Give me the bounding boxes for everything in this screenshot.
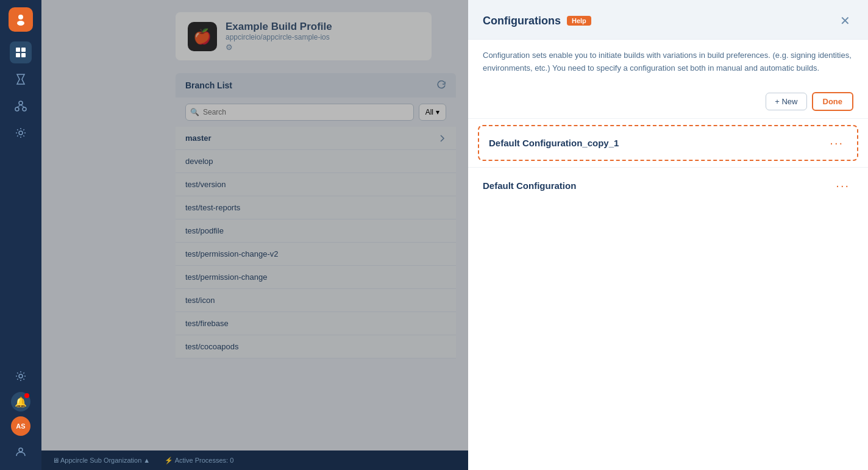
sidebar-item-test[interactable]	[10, 68, 32, 90]
modal-description: Configuration sets enable you to initiat…	[468, 40, 868, 85]
done-button[interactable]: Done	[812, 92, 854, 111]
config-menu-button-copy1[interactable]: ···	[826, 135, 847, 151]
sidebar-item-distribution[interactable]	[10, 95, 32, 117]
svg-point-12	[19, 374, 23, 378]
help-badge[interactable]: Help	[567, 16, 591, 26]
svg-point-7	[15, 107, 19, 111]
svg-point-11	[19, 131, 23, 135]
svg-line-10	[21, 105, 24, 107]
svg-point-0	[18, 15, 23, 20]
config-item-copy1[interactable]: Default Configuration_copy_1 ···	[478, 125, 858, 161]
modal-title: Configurations	[483, 15, 561, 27]
sidebar: 🔔 AS	[0, 0, 41, 470]
svg-rect-5	[21, 53, 26, 57]
modal-title-row: Configurations Help	[483, 15, 591, 27]
config-item-default[interactable]: Default Configuration ···	[468, 167, 868, 204]
modal-toolbar: + New Done	[468, 85, 868, 119]
sidebar-item-preferences[interactable]	[10, 365, 32, 387]
sidebar-item-build[interactable]	[10, 41, 32, 63]
sidebar-item-settings[interactable]	[10, 122, 32, 144]
new-config-button[interactable]: + New	[766, 93, 806, 110]
configurations-modal: Configurations Help ✕ Configuration sets…	[468, 0, 868, 470]
svg-rect-4	[16, 53, 20, 57]
svg-rect-2	[16, 48, 20, 52]
config-menu-button-default[interactable]: ···	[832, 177, 853, 194]
app-logo[interactable]	[9, 7, 33, 32]
svg-point-6	[19, 101, 23, 105]
modal-header: Configurations Help ✕	[468, 0, 868, 40]
modal-config-list: Default Configuration_copy_1 ··· Default…	[468, 119, 868, 470]
sidebar-item-user[interactable]	[10, 441, 32, 463]
svg-line-9	[17, 105, 21, 107]
svg-point-13	[19, 448, 23, 452]
modal-overlay[interactable]	[41, 0, 468, 470]
config-name-copy1: Default Configuration_copy_1	[489, 138, 619, 148]
svg-point-1	[17, 21, 24, 26]
sidebar-item-account[interactable]: AS	[11, 416, 30, 436]
svg-rect-3	[21, 48, 26, 52]
svg-point-8	[23, 107, 26, 111]
sidebar-item-notifications[interactable]: 🔔	[11, 392, 30, 411]
close-button[interactable]: ✕	[836, 12, 853, 29]
notification-badge	[24, 393, 29, 398]
config-name-default: Default Configuration	[483, 180, 576, 191]
sidebar-bottom: 🔔 AS	[10, 365, 32, 463]
